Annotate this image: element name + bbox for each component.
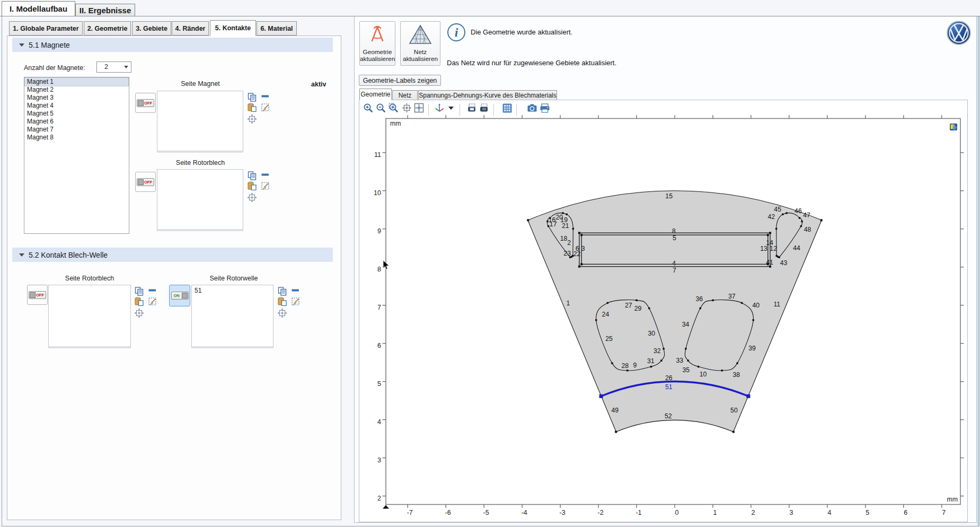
tabbar-divider bbox=[0, 16, 980, 16]
remove-selection-icon[interactable] bbox=[261, 173, 269, 177]
ribbon-tab-6[interactable]: 6. Material bbox=[257, 21, 297, 36]
edge-label-36: 36 bbox=[695, 295, 703, 303]
seite-rotorblech-selection-box-2[interactable] bbox=[48, 285, 131, 348]
remove-selection-icon[interactable] bbox=[292, 288, 299, 293]
tab-ergebnisse-label: II. Ergebnisse bbox=[80, 6, 131, 15]
section-kontakt-header[interactable]: 5.2 Kontakt Blech-Welle bbox=[12, 248, 333, 262]
section-magnete-header[interactable]: 5.1 Magnete bbox=[12, 38, 333, 52]
seite-rotorwelle-selection-box[interactable]: 51 bbox=[191, 285, 273, 348]
clear-selection-icon[interactable] bbox=[261, 181, 270, 190]
vertex-dot bbox=[769, 232, 771, 234]
vertex-dot bbox=[572, 228, 574, 230]
update-mesh-button[interactable]: Netzaktualisieren bbox=[400, 21, 440, 66]
edge-label-52: 52 bbox=[665, 412, 672, 420]
magnet-list-item[interactable]: Magnet 7 bbox=[25, 126, 128, 134]
clear-selection-icon[interactable] bbox=[291, 297, 301, 306]
x-tick-label: -5 bbox=[483, 509, 489, 516]
edge-label-33: 33 bbox=[676, 357, 683, 364]
edge-label-29: 29 bbox=[634, 305, 642, 312]
magnet-count-value: 2 bbox=[104, 63, 108, 71]
magnet-list-item[interactable]: Magnet 4 bbox=[25, 102, 128, 110]
ribbon-tab-4[interactable]: 4. Ränder bbox=[172, 21, 209, 36]
paste-selection-icon[interactable] bbox=[248, 181, 257, 190]
magnet-list-item[interactable]: Magnet 1 bbox=[25, 78, 128, 86]
model-setup-panel: 5.1 Magnete Anzahl der Magnete: 2 Magnet… bbox=[7, 36, 341, 520]
seite-magnet-selection-box[interactable] bbox=[157, 91, 243, 153]
zoom-to-selection-icon[interactable] bbox=[277, 308, 287, 318]
vertex-dot bbox=[607, 302, 608, 304]
remove-selection-icon[interactable] bbox=[261, 94, 269, 99]
edge-label-27: 27 bbox=[625, 302, 632, 309]
graphics-canvas[interactable]: 1511185476322231821620191721454647424844… bbox=[359, 100, 968, 522]
toggle-seite-rotorblech-1[interactable]: OFF bbox=[135, 172, 156, 192]
vertex-dot bbox=[712, 300, 713, 301]
edge-label-40: 40 bbox=[752, 302, 760, 309]
paste-selection-icon[interactable] bbox=[135, 297, 144, 306]
copy-selection-icon[interactable] bbox=[248, 171, 257, 180]
ribbon-tab-1[interactable]: 1. Globale Parameter bbox=[9, 21, 83, 36]
y-tick-label: 5 bbox=[377, 380, 381, 388]
y-tick-label: 4 bbox=[377, 418, 381, 426]
clear-selection-icon[interactable] bbox=[148, 297, 157, 306]
update-geometry-button[interactable]: Geometrieaktualisieren bbox=[359, 21, 395, 66]
mesh-triangle-icon bbox=[409, 24, 432, 45]
edge-label-blue-51: 51 bbox=[665, 383, 673, 391]
paste-selection-icon[interactable] bbox=[278, 297, 287, 306]
ribbon-tab-5[interactable]: 5. Kontakte bbox=[210, 20, 256, 36]
seite-rotorblech-selection-box-1[interactable] bbox=[157, 169, 243, 231]
vertex-dot bbox=[753, 319, 754, 321]
tab-modellaufbau-label: I. Modellaufbau bbox=[10, 4, 67, 13]
selected-boundary-number: 51 bbox=[192, 285, 273, 294]
zoom-to-selection-icon[interactable] bbox=[134, 308, 144, 318]
section-magnete-title: 5.1 Magnete bbox=[29, 41, 70, 49]
magnet-list-item[interactable]: Magnet 3 bbox=[25, 94, 128, 102]
view-tab-geometrie[interactable]: Geometrie bbox=[359, 89, 392, 100]
y-tick-label: 7 bbox=[377, 304, 381, 311]
magnet-list-item[interactable]: Magnet 5 bbox=[25, 110, 128, 118]
svg-text:i: i bbox=[455, 25, 458, 39]
highlight-vertex-dot bbox=[746, 394, 750, 398]
edge-label-41: 41 bbox=[766, 259, 773, 266]
off-switch-icon: OFF bbox=[29, 291, 46, 299]
magnet-list-item[interactable]: Magnet 2 bbox=[25, 86, 128, 94]
copy-selection-icon[interactable] bbox=[278, 287, 287, 296]
y-tick-label: 8 bbox=[377, 266, 381, 273]
zoom-to-selection-icon[interactable] bbox=[247, 114, 257, 124]
compass-icon bbox=[367, 24, 388, 45]
edge-label-10: 10 bbox=[700, 371, 707, 378]
remove-selection-icon[interactable] bbox=[148, 288, 156, 293]
toggle-seite-rotorwelle[interactable]: ON bbox=[169, 285, 190, 306]
magnet-count-select[interactable]: 2 bbox=[96, 62, 131, 73]
magnet-list-item[interactable]: Magnet 8 bbox=[25, 134, 128, 142]
view-tab-spannungs-dehnungs-k[interactable]: Spannungs-Dehnungs-Kurve des Blechmateri… bbox=[418, 90, 557, 100]
copy-selection-icon[interactable] bbox=[248, 93, 257, 102]
copy-selection-icon[interactable] bbox=[135, 287, 144, 296]
y-tick-label: 11 bbox=[374, 151, 381, 159]
edge-label-17: 17 bbox=[550, 221, 557, 228]
toggle-seite-magnet[interactable]: OFF bbox=[135, 93, 156, 113]
magnet-list[interactable]: Magnet 1Magnet 2Magnet 3Magnet 4Magnet 5… bbox=[24, 77, 129, 234]
toggle-seite-rotorblech-2[interactable]: OFF bbox=[27, 285, 48, 305]
clear-selection-icon[interactable] bbox=[261, 103, 270, 112]
zoom-to-selection-icon[interactable] bbox=[247, 192, 257, 203]
edge-label-32: 32 bbox=[654, 347, 661, 355]
x-axis-unit-label: mm bbox=[947, 496, 958, 503]
edge-label-30: 30 bbox=[648, 330, 655, 337]
vertex-dot bbox=[741, 302, 743, 304]
paste-selection-icon[interactable] bbox=[248, 103, 257, 112]
vertex-dot bbox=[548, 225, 549, 227]
ribbon-tab-3[interactable]: 3. Gebiete bbox=[132, 21, 171, 36]
comsol-watermark-icon[interactable] bbox=[948, 122, 959, 132]
edge-label-48: 48 bbox=[804, 226, 811, 233]
vertex-dot bbox=[767, 234, 769, 236]
vertex-dot bbox=[801, 221, 802, 222]
magnet-list-item[interactable]: Magnet 6 bbox=[25, 118, 128, 126]
vertex-dot bbox=[648, 308, 650, 309]
show-geometry-labels-button[interactable]: Geometrie-Labels zeigen bbox=[359, 75, 441, 86]
edge-label-34: 34 bbox=[682, 321, 690, 328]
vertex-dot bbox=[663, 348, 664, 349]
ribbon-tab-2[interactable]: 2. Geometrie bbox=[84, 21, 131, 36]
tab-ergebnisse[interactable]: II. Ergebnisse bbox=[75, 4, 135, 16]
tab-modellaufbau[interactable]: I. Modellaufbau bbox=[2, 1, 75, 16]
view-tab-netz[interactable]: Netz bbox=[392, 90, 418, 100]
